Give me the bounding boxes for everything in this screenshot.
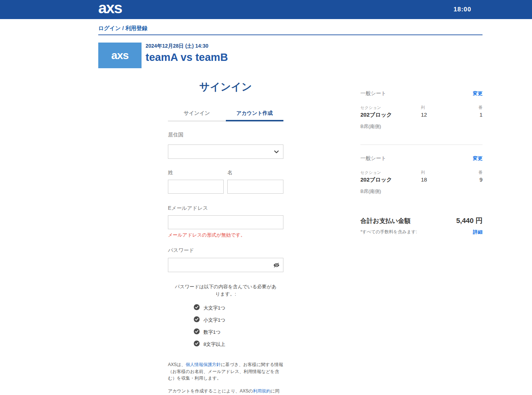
seat-grid: セクション 202ブロック 列 18 番 9: [360, 170, 483, 183]
section-value: 202ブロック: [360, 111, 421, 118]
event-datetime: 2024年12月28日 (土) 14:30: [146, 43, 228, 50]
seat-value: 9: [478, 176, 483, 183]
seat-note: B席(南側): [360, 188, 483, 195]
last-name-field[interactable]: [168, 180, 224, 194]
ticket-head: 一般シート 変更: [360, 90, 483, 97]
terms-prefix: アカウントを作成することにより、AXSの: [168, 388, 253, 394]
password-rule-lowercase: 小文字1つ: [194, 316, 283, 324]
ticket-card: 一般シート 変更 セクション 202ブロック 列 12 番 1: [360, 90, 483, 130]
password-rule-digit: 数字1つ: [194, 328, 283, 336]
password-rule-uppercase: 大文字1つ: [194, 304, 283, 312]
ticket-type: 一般シート: [360, 155, 386, 162]
countdown-timer: 18:00: [454, 6, 471, 13]
email-error: メールアドレスの形式が無効です。: [168, 232, 283, 238]
eye-off-icon: [273, 264, 280, 270]
row-label: 列: [421, 170, 478, 175]
seat-grid: セクション 202ブロック 列 12 番 1: [360, 105, 483, 118]
ticket-type: 一般シート: [360, 90, 386, 97]
fees-note: *すべての手数料を含みます:: [360, 229, 417, 235]
seat-label: 番: [478, 105, 483, 110]
tab-signin[interactable]: サインイン: [168, 110, 226, 121]
row-value: 12: [421, 111, 478, 118]
seat-row-col: 列 12: [421, 105, 478, 118]
section-value: 202ブロック: [360, 176, 421, 183]
password-rule-length: 8文字以上: [194, 340, 283, 348]
password-visibility-toggle[interactable]: [273, 261, 280, 269]
first-name-field[interactable]: [227, 180, 283, 194]
check-circle-icon: [194, 328, 200, 336]
seat-note: B席(南側): [360, 123, 483, 130]
rule-text: 大文字1つ: [203, 305, 225, 311]
breadcrumb[interactable]: ログイン / 利用登録: [98, 25, 483, 35]
section-label: セクション: [360, 105, 421, 110]
change-seat-link[interactable]: 変更: [473, 90, 483, 97]
fee-details-link[interactable]: 詳細: [473, 229, 483, 235]
axs-logo: axs: [98, 0, 122, 18]
password-field[interactable]: [168, 258, 283, 272]
privacy-prefix: AXSは、: [168, 362, 186, 367]
country-select[interactable]: [168, 145, 283, 159]
first-name-cell: 名: [227, 169, 283, 194]
email-label: Eメールアドレス: [168, 205, 283, 212]
auth-tabs: サインイン アカウント作成: [168, 110, 283, 121]
seat-value: 1: [478, 111, 483, 118]
check-circle-icon: [194, 304, 200, 312]
total-row: 合計お支払い金額 5,440 円: [360, 216, 483, 226]
rule-text: 数字1つ: [203, 329, 221, 336]
last-name-label: 姓: [168, 169, 224, 176]
email-field[interactable]: [168, 215, 283, 229]
total-amount: 5,440 円: [456, 216, 483, 226]
seat-row-col: 列 18: [421, 170, 478, 183]
ticket-divider: [360, 145, 483, 145]
total-sub-row: *すべての手数料を含みます: 詳細: [360, 229, 483, 235]
seat-section-col: セクション 202ブロック: [360, 170, 421, 183]
check-circle-icon: [194, 340, 200, 348]
row-label: 列: [421, 105, 478, 110]
event-title: teamA vs teamB: [146, 51, 228, 63]
section-label: セクション: [360, 170, 421, 175]
password-rules-heading: パスワードは以下の内容を含んでいる必要があります。:: [168, 283, 283, 298]
password-rules-list: 大文字1つ 小文字1つ 数字1つ 8文字以上: [168, 304, 283, 348]
seat-number-col: 番 9: [478, 170, 483, 183]
seat-label: 番: [478, 170, 483, 175]
rule-text: 小文字1つ: [203, 317, 225, 323]
cart-sidebar: 一般シート 変更 セクション 202ブロック 列 12 番 1: [360, 68, 483, 395]
event-summary: axs 2024年12月28日 (土) 14:30 teamA vs teamB: [98, 43, 483, 68]
check-circle-icon: [194, 316, 200, 324]
change-seat-link[interactable]: 変更: [473, 155, 483, 162]
seat-section-col: セクション 202ブロック: [360, 105, 421, 118]
legal-text: AXSは、個人情報保護方針に基づき、お客様に関する情報（お客様のお名前、メールア…: [168, 361, 283, 395]
rule-text: 8文字以上: [203, 341, 225, 348]
event-logo: axs: [98, 43, 142, 68]
ticket-card: 一般シート 変更 セクション 202ブロック 列 18 番 9: [360, 155, 483, 195]
signin-form: サインイン サインイン アカウント作成 居住国 姓: [168, 80, 283, 395]
terms-paragraph: アカウントを作成することにより、AXSの利用規約に同意したものとみなします。: [168, 388, 283, 395]
terms-link[interactable]: 利用規約: [253, 388, 271, 394]
app-header: axs 18:00: [0, 0, 532, 19]
form-column: サインイン サインイン アカウント作成 居住国 姓: [98, 68, 360, 395]
country-select-wrap: [168, 145, 283, 159]
event-info: 2024年12月28日 (土) 14:30 teamA vs teamB: [146, 43, 228, 68]
first-name-label: 名: [227, 169, 283, 176]
main-content: サインイン サインイン アカウント作成 居住国 姓: [98, 68, 483, 395]
name-fields-row: 姓 名: [168, 169, 283, 194]
country-label: 居住国: [168, 132, 283, 138]
password-label: パスワード: [168, 247, 283, 254]
password-field-wrap: [168, 258, 283, 272]
total-label: 合計お支払い金額: [360, 217, 411, 225]
tab-create-account[interactable]: アカウント作成: [226, 110, 284, 121]
row-value: 18: [421, 176, 478, 183]
privacy-paragraph: AXSは、個人情報保護方針に基づき、お客様に関する情報（お客様のお名前、メールア…: [168, 361, 283, 382]
privacy-policy-link[interactable]: 個人情報保護方針: [186, 362, 221, 367]
page-container: ログイン / 利用登録 axs 2024年12月28日 (土) 14:30 te…: [98, 25, 483, 395]
order-total: 合計お支払い金額 5,440 円 *すべての手数料を含みます: 詳細: [360, 216, 483, 235]
seat-number-col: 番 1: [478, 105, 483, 118]
last-name-cell: 姓: [168, 169, 224, 194]
ticket-head: 一般シート 変更: [360, 155, 483, 162]
page-title: サインイン: [168, 80, 283, 94]
